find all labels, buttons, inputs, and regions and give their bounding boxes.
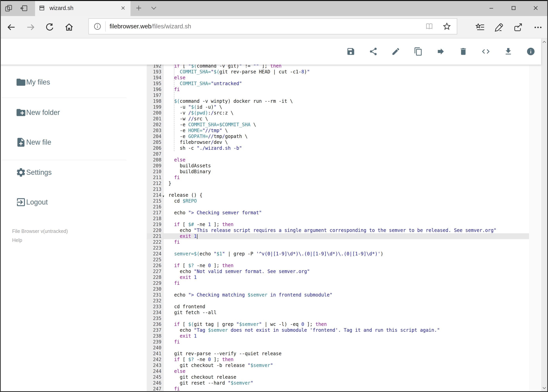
code-line[interactable]: 196 fi (147, 86, 529, 92)
share-icon[interactable] (513, 22, 523, 33)
code-line[interactable]: 209 buildAssets (147, 163, 529, 169)
active-tab[interactable]: wizard.sh (35, 0, 131, 16)
code-line[interactable]: 234 git fetch --all (147, 310, 529, 315)
code-line[interactable]: 238 exit 1 (147, 333, 529, 339)
code-line[interactable]: 202 -e COMMIT_SHA=$COMMIT_SHA \ (147, 122, 529, 128)
code-line[interactable]: 207 (147, 151, 529, 157)
scroll-up-icon[interactable] (542, 40, 547, 45)
tab-close-icon[interactable] (120, 5, 126, 11)
web-note-pen-icon[interactable] (494, 22, 504, 33)
code-line[interactable]: 226 if [ $? -ne 0 ]; then (147, 263, 529, 268)
code-line[interactable]: 241 git rev-parse --verify --quiet relea… (147, 351, 529, 357)
sidebar-item-my-files[interactable]: My files (0, 71, 143, 93)
code-line[interactable]: 214▼release () { (147, 192, 529, 198)
code-line[interactable]: 247 fi (147, 386, 529, 392)
share-button[interactable] (369, 47, 378, 56)
sidebar-item-settings[interactable]: Settings (0, 162, 143, 183)
code-line[interactable]: 206 sh -c "./wizard.sh -b" (147, 145, 529, 151)
code-line[interactable]: 229 fi (147, 280, 529, 286)
code-line[interactable]: 243 git checkout -b release "$semver" (147, 363, 529, 368)
maximize-button[interactable] (504, 0, 523, 16)
code-line[interactable]: 208 else (147, 157, 529, 163)
code-line[interactable]: 204 -e GOPATH=//tmp/gopath \ (147, 133, 529, 139)
code-line[interactable]: 239 fi (147, 339, 529, 345)
code-line[interactable]: 225 (147, 257, 529, 263)
line-number: 196 (147, 86, 164, 92)
minimize-button[interactable] (482, 0, 501, 16)
code-line[interactable]: 199 -u "$(id -u)" \ (147, 104, 529, 110)
set-aside-tabs-icon[interactable] (20, 4, 28, 13)
code-line[interactable]: 205 filebrowser/dev \ (147, 139, 529, 145)
scroll-down-icon[interactable] (542, 385, 547, 391)
code-line[interactable]: 194 else (147, 75, 529, 81)
code-line[interactable]: 215 cd $REPO (147, 198, 529, 204)
code-line[interactable]: 203 -e HOME="//tmp" \ (147, 128, 529, 133)
code-line[interactable]: 192 if [ "$(command -v git)" != "" ]; th… (147, 65, 529, 69)
code-view-button[interactable] (481, 47, 490, 56)
delete-button[interactable] (459, 47, 468, 56)
code-line[interactable]: 236 if [ $(git tag | grep "$semver" | wc… (147, 321, 529, 327)
code-line[interactable]: 200 -v /$(pwd):/src:z \ (147, 110, 529, 116)
code-line[interactable]: 218 (147, 216, 529, 222)
tab-preview-icon[interactable] (4, 4, 13, 13)
back-icon[interactable] (6, 22, 16, 32)
code-line[interactable]: 222 fi (147, 239, 529, 245)
code-line[interactable]: 246 git reset --hard "$semver" (147, 380, 529, 386)
code-line[interactable]: 210 buildBinary (147, 169, 529, 175)
url-text[interactable]: filebrowser.web/files/wizard.sh (110, 23, 425, 30)
home-icon[interactable] (64, 22, 74, 32)
line-number: 246 (147, 380, 164, 386)
code-line[interactable]: 240 (147, 345, 529, 351)
code-line[interactable]: 217 echo "> Checking semver format" (147, 210, 529, 216)
info-button[interactable] (526, 47, 535, 56)
code-line[interactable]: 245 git checkout release (147, 374, 529, 380)
code-line[interactable]: 232 (147, 298, 529, 304)
download-button[interactable] (504, 47, 513, 56)
code-line[interactable]: 223 (147, 245, 529, 251)
code-line[interactable]: 221 exit 1 (147, 233, 529, 239)
sidebar-item-logout[interactable]: Logout (0, 191, 143, 213)
code-line[interactable]: 233 cd frontend (147, 304, 529, 310)
more-options-icon[interactable] (533, 22, 543, 33)
add-favorite-star-icon[interactable] (442, 22, 451, 31)
close-button[interactable] (526, 0, 545, 16)
code-text (164, 216, 529, 222)
code-line[interactable]: 212} (147, 181, 529, 186)
code-line[interactable]: 213 (147, 186, 529, 192)
code-line[interactable]: 231 echo "> Checking matching $semver in… (147, 292, 529, 298)
move-button[interactable] (436, 47, 445, 56)
code-line[interactable]: 227 echo "Not valid semver format. See s… (147, 268, 529, 274)
site-info-icon[interactable] (93, 22, 102, 31)
code-line[interactable]: 198 $(command -v winpty) docker run --rm… (147, 98, 529, 104)
code-editor[interactable]: 192 if [ "$(command -v git)" != "" ]; th… (147, 65, 529, 392)
code-line[interactable]: 216 (147, 204, 529, 210)
code-line[interactable]: 220 echo "This release script requires a… (147, 227, 529, 233)
code-text (164, 257, 529, 263)
code-text: git fetch --all (164, 310, 529, 315)
code-line[interactable]: 235 (147, 315, 529, 321)
hub-favorites-icon[interactable] (475, 22, 485, 33)
code-line[interactable]: 242 if [ $? -ne 0 ]; then (147, 357, 529, 363)
code-line[interactable]: 201 -w //src \ (147, 116, 529, 122)
code-line[interactable]: 230 (147, 286, 529, 292)
edit-button[interactable] (391, 47, 400, 56)
new-tab-icon[interactable] (135, 4, 143, 12)
code-line[interactable]: 193 COMMIT_SHA="$(git rev-parse HEAD | c… (147, 69, 529, 75)
refresh-icon[interactable] (45, 22, 55, 32)
code-line[interactable]: 237 echo "Tag $semver does not exist in … (147, 327, 529, 333)
code-line[interactable]: 244 else (147, 368, 529, 374)
sidebar-item-new-file[interactable]: New file (0, 132, 143, 153)
save-button[interactable] (346, 47, 355, 56)
tab-list-chevron-icon[interactable] (150, 5, 158, 11)
code-line[interactable]: 211 fi (147, 175, 529, 181)
code-line[interactable]: 197 (147, 92, 529, 98)
copy-button[interactable] (414, 47, 423, 56)
help-link[interactable]: Help (12, 236, 68, 245)
page-scrollbar[interactable] (541, 38, 547, 392)
sidebar-item-new-folder[interactable]: New folder (0, 102, 143, 123)
code-line[interactable]: 219 if [ $# -ne 1 ]; then (147, 222, 529, 227)
code-line[interactable]: 228 exit 1 (147, 274, 529, 280)
code-line[interactable]: 224 semver=$(echo "$1" | grep -P '^v(0|[… (147, 251, 529, 257)
code-line[interactable]: 195 COMMIT_SHA="untracked" (147, 81, 529, 86)
url-bar[interactable]: filebrowser.web/files/wizard.sh (88, 18, 457, 35)
